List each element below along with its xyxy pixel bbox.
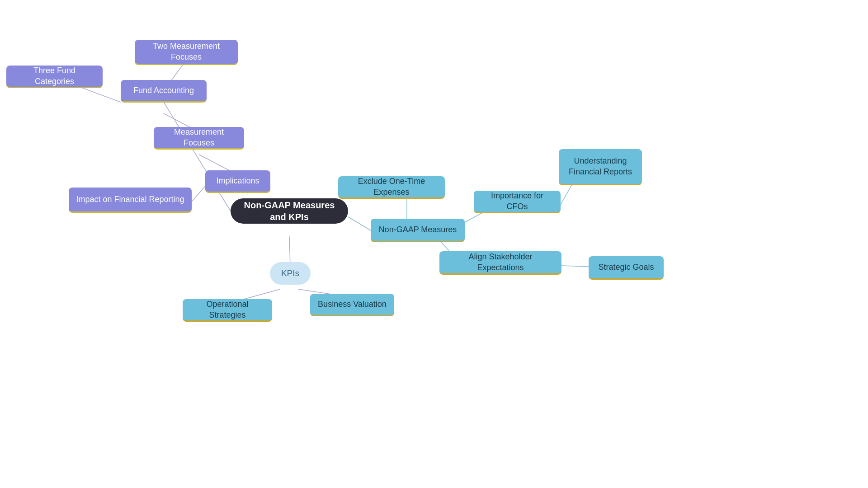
implications-node: Implications [205, 170, 270, 193]
importance-cfos-node: Importance for CFOs [474, 191, 561, 213]
business-valuation-node: Business Valuation [310, 294, 394, 316]
operational-strategies-node: Operational Strategies [183, 299, 272, 322]
svg-line-5 [192, 186, 205, 202]
measurement-focuses-node: Measurement Focuses [154, 127, 244, 150]
non-gaap-measures-node: Non-GAAP Measures [371, 219, 465, 242]
exclude-one-time-node: Exclude One-Time Expenses [338, 176, 445, 199]
align-stakeholder-node: Align Stakeholder Expectations [439, 251, 561, 275]
strategic-goals-node: Strategic Goals [589, 256, 664, 280]
three-fund-node: Three Fund Categories [6, 66, 103, 88]
svg-line-14 [561, 266, 589, 267]
svg-line-9 [348, 217, 371, 230]
two-measurement-node: Two Measurement Focuses [135, 40, 238, 65]
kpis-node: KPIs [270, 262, 311, 285]
understanding-financial-node: Understanding Financial Reports [559, 149, 642, 185]
center-node: Non-GAAP Measures and KPIs [231, 198, 348, 224]
impact-financial-node: Impact on Financial Reporting [69, 188, 192, 213]
fund-accounting-node: Fund Accounting [121, 80, 207, 103]
